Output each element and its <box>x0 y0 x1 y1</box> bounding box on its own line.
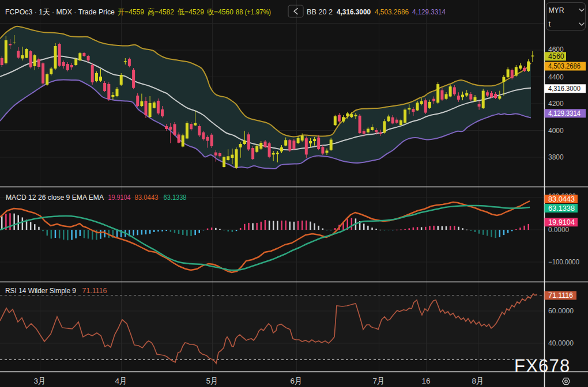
svg-text:4,129.3314: 4,129.3314 <box>548 109 581 117</box>
svg-text:3800: 3800 <box>548 153 564 161</box>
svg-text:4,316.3000: 4,316.3000 <box>548 85 581 93</box>
svg-text:5月: 5月 <box>206 377 218 385</box>
svg-text:t: t <box>549 20 551 28</box>
svg-text:8月: 8月 <box>472 377 484 385</box>
svg-text:MACD 12 26 close 9 EMA EMA: MACD 12 26 close 9 EMA EMA <box>6 193 104 202</box>
svg-text:高=4582: 高=4582 <box>148 7 174 16</box>
svg-text:4,503.2686: 4,503.2686 <box>375 7 409 16</box>
svg-text:4200: 4200 <box>548 100 564 108</box>
svg-text:3月: 3月 <box>33 377 46 385</box>
svg-text:4560: 4560 <box>548 52 564 60</box>
svg-text:FCPOc3 · 1天 · MDX · Trade Pric: FCPOc3 · 1天 · MDX · Trade Price <box>5 7 115 16</box>
svg-text:4,503.2686: 4,503.2686 <box>548 62 581 70</box>
svg-text:0.0000: 0.0000 <box>548 226 569 234</box>
svg-text:−100.0000: −100.0000 <box>548 258 579 266</box>
svg-text:7月: 7月 <box>372 377 385 385</box>
svg-text:BB 20 2: BB 20 2 <box>307 7 333 16</box>
svg-text:低=4529: 低=4529 <box>177 7 204 16</box>
svg-text:FX678: FX678 <box>514 356 570 376</box>
svg-text:MYR: MYR <box>549 6 564 14</box>
svg-text:4400: 4400 <box>548 73 564 81</box>
svg-text:60.0000: 60.0000 <box>548 307 574 315</box>
svg-text:88 (+1.97%): 88 (+1.97%) <box>236 7 271 16</box>
svg-text:19.9104: 19.9104 <box>548 218 575 226</box>
svg-text:RSI 14 Wilder Simple 9: RSI 14 Wilder Simple 9 <box>5 286 76 295</box>
svg-text:4,129.3314: 4,129.3314 <box>412 7 446 16</box>
svg-text:83.0443: 83.0443 <box>548 195 575 203</box>
svg-text:4月: 4月 <box>115 377 127 385</box>
svg-text:71.1116: 71.1116 <box>82 286 107 295</box>
svg-text:开=4559: 开=4559 <box>118 7 144 16</box>
svg-text:63.1338: 63.1338 <box>548 204 575 213</box>
svg-text:71.1116: 71.1116 <box>548 291 573 299</box>
svg-text:83.0443: 83.0443 <box>135 193 159 202</box>
svg-text:40.0000: 40.0000 <box>548 339 574 347</box>
svg-text:收=4560: 收=4560 <box>207 7 233 16</box>
svg-text:4,316.3000: 4,316.3000 <box>337 7 371 16</box>
svg-text:63.1338: 63.1338 <box>164 193 187 202</box>
svg-text:16: 16 <box>421 377 430 385</box>
svg-text:6月: 6月 <box>290 377 302 385</box>
svg-text:4000: 4000 <box>548 127 564 135</box>
svg-text:19.9104: 19.9104 <box>108 193 131 202</box>
